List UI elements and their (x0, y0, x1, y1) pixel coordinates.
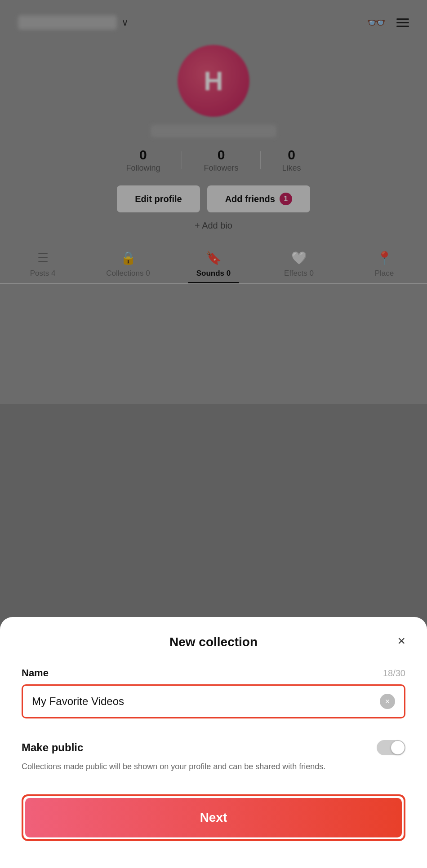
make-public-row: Make public (22, 740, 405, 755)
make-public-label: Make public (22, 741, 83, 754)
name-input-row[interactable]: × (22, 684, 405, 718)
name-field-row: Name 18/30 (22, 667, 405, 679)
toggle-knob (391, 741, 405, 754)
sheet-title: New collection (169, 635, 258, 649)
next-button-wrapper: Next (22, 794, 405, 841)
make-public-toggle[interactable] (377, 740, 405, 755)
name-field-label: Name (22, 667, 49, 679)
new-collection-sheet: New collection × Name 18/30 × Make publi… (0, 617, 427, 868)
sheet-header: New collection × (22, 635, 405, 649)
char-count: 18/30 (383, 668, 405, 679)
clear-input-button[interactable]: × (380, 694, 395, 709)
next-button[interactable]: Next (25, 798, 402, 837)
close-button[interactable]: × (397, 633, 405, 648)
collection-name-input[interactable] (32, 695, 380, 708)
public-description: Collections made public will be shown on… (22, 761, 405, 773)
